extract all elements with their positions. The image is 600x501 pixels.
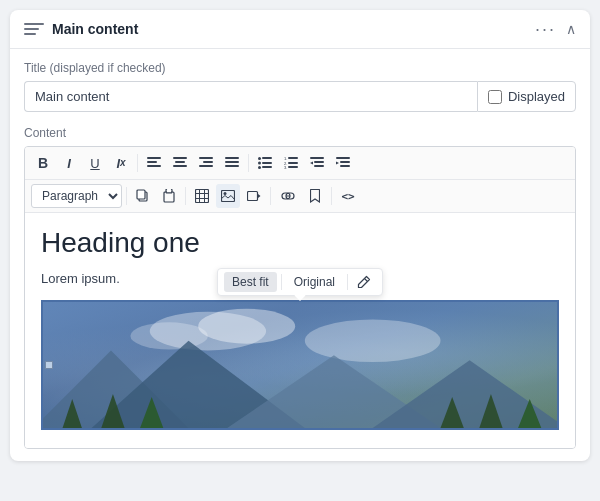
ctx-sep-2 (347, 274, 348, 290)
svg-rect-32 (137, 190, 145, 199)
svg-rect-22 (288, 162, 298, 164)
svg-rect-41 (222, 191, 235, 202)
displayed-checkbox-wrap: Displayed (477, 81, 576, 112)
link-button[interactable] (275, 184, 301, 208)
svg-point-13 (258, 157, 261, 160)
ordered-list-button[interactable]: 1.2.3. (279, 151, 303, 175)
justify-button[interactable] (220, 151, 244, 175)
panel-title: Main content (52, 21, 138, 37)
image-placeholder (41, 300, 559, 430)
editor-heading: Heading one (41, 227, 559, 259)
svg-rect-10 (225, 157, 239, 159)
svg-rect-12 (225, 165, 239, 167)
original-button[interactable]: Original (286, 272, 343, 292)
svg-rect-43 (248, 192, 258, 201)
svg-rect-1 (147, 161, 157, 163)
indent-increase-button[interactable] (331, 151, 355, 175)
table-button[interactable] (190, 184, 214, 208)
title-label: Title (displayed if checked) (24, 61, 576, 75)
editor-wrap: B I U Ix (24, 146, 576, 449)
svg-rect-27 (314, 165, 324, 167)
displayed-label: Displayed (508, 89, 565, 104)
align-right-button[interactable] (194, 151, 218, 175)
more-options-button[interactable]: ··· (535, 20, 556, 38)
svg-rect-7 (199, 157, 213, 159)
svg-rect-28 (336, 157, 350, 159)
editor-content[interactable]: Heading one Lorem ipsum. Best fit Origin… (25, 213, 575, 448)
panel-header: Main content ··· ∧ (10, 10, 590, 49)
svg-point-42 (224, 192, 227, 195)
panel-header-left: Main content (24, 21, 138, 37)
copy-button[interactable] (131, 184, 155, 208)
svg-rect-4 (173, 157, 187, 159)
toolbar-sep-5 (270, 187, 271, 205)
ctx-sep (281, 274, 282, 290)
svg-rect-2 (147, 165, 161, 167)
main-content-panel: Main content ··· ∧ Title (displayed if c… (10, 10, 590, 461)
toolbar-sep-4 (185, 187, 186, 205)
toolbar-sep-3 (126, 187, 127, 205)
collapse-button[interactable]: ∧ (566, 21, 576, 37)
svg-point-48 (198, 309, 295, 344)
svg-rect-16 (262, 162, 272, 164)
svg-point-50 (305, 319, 441, 362)
svg-rect-11 (225, 161, 239, 163)
svg-rect-24 (288, 166, 298, 168)
source-button[interactable]: <> (336, 184, 360, 208)
svg-point-17 (258, 166, 261, 169)
strikethrough-button[interactable]: Ix (109, 151, 133, 175)
toolbar-sep-1 (137, 154, 138, 172)
panel-body: Title (displayed if checked) Displayed C… (10, 49, 590, 461)
svg-point-15 (258, 162, 261, 165)
panel-icon (24, 21, 44, 37)
toolbar-sep-6 (331, 187, 332, 205)
svg-rect-29 (340, 161, 350, 163)
toolbar-row-1: B I U Ix (25, 147, 575, 180)
image-contextbar: Best fit Original (217, 268, 383, 296)
svg-rect-6 (173, 165, 187, 167)
title-input[interactable] (24, 81, 477, 112)
paragraph-select[interactable]: Paragraph (31, 184, 122, 208)
svg-rect-20 (288, 157, 298, 159)
content-label: Content (24, 126, 576, 140)
svg-rect-9 (199, 165, 213, 167)
svg-rect-35 (167, 189, 171, 192)
align-left-button[interactable] (142, 151, 166, 175)
toolbar-row-2: Paragraph (25, 180, 575, 213)
image-button[interactable] (216, 184, 240, 208)
indent-decrease-button[interactable] (305, 151, 329, 175)
svg-rect-18 (262, 166, 272, 168)
svg-line-45 (365, 279, 368, 282)
svg-text:3.: 3. (284, 165, 287, 169)
edit-image-button[interactable] (352, 272, 376, 292)
image-wrap[interactable]: Best fit Original (41, 300, 559, 430)
svg-rect-14 (262, 157, 272, 159)
svg-rect-26 (314, 161, 324, 163)
displayed-checkbox[interactable] (488, 90, 502, 104)
media-button[interactable] (242, 184, 266, 208)
svg-rect-5 (175, 161, 185, 163)
toolbar-sep-2 (248, 154, 249, 172)
svg-rect-0 (147, 157, 161, 159)
svg-point-49 (130, 322, 208, 349)
title-row: Displayed (24, 81, 576, 112)
paste-button[interactable] (157, 184, 181, 208)
bold-button[interactable]: B (31, 151, 55, 175)
align-center-button[interactable] (168, 151, 192, 175)
svg-rect-25 (310, 157, 324, 159)
panel-header-right: ··· ∧ (535, 20, 576, 38)
svg-rect-36 (196, 190, 209, 203)
svg-rect-8 (203, 161, 213, 163)
bullet-list-button[interactable] (253, 151, 277, 175)
content-section: Content B I U Ix (24, 126, 576, 449)
bookmark-button[interactable] (303, 184, 327, 208)
svg-rect-30 (340, 165, 350, 167)
title-section: Title (displayed if checked) Displayed (24, 61, 576, 112)
underline-button[interactable]: U (83, 151, 107, 175)
best-fit-button[interactable]: Best fit (224, 272, 277, 292)
italic-button[interactable]: I (57, 151, 81, 175)
